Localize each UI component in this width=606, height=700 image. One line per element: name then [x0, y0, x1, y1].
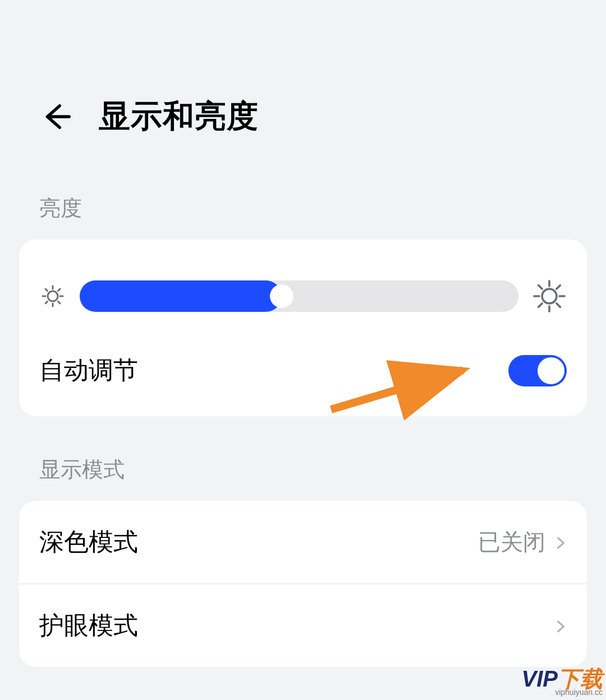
svg-line-7	[45, 302, 48, 304]
brightness-low-icon	[39, 283, 66, 310]
dark-mode-value: 已关闭	[478, 527, 545, 558]
auto-adjust-label: 自动调节	[39, 354, 138, 387]
dark-mode-label: 深色模式	[39, 526, 138, 559]
svg-line-8	[58, 289, 61, 291]
auto-adjust-row: 自动调节	[19, 336, 587, 416]
back-icon[interactable]	[39, 100, 72, 133]
page-title: 显示和亮度	[99, 95, 259, 138]
chevron-right-icon	[553, 619, 567, 633]
brightness-high-icon	[532, 279, 567, 314]
brightness-slider-row	[19, 240, 587, 336]
auto-adjust-toggle[interactable]	[508, 355, 567, 386]
svg-point-9	[542, 289, 557, 303]
eye-comfort-label: 护眼模式	[39, 609, 138, 642]
section-label-brightness: 亮度	[0, 172, 606, 240]
brightness-slider[interactable]	[80, 280, 518, 312]
svg-line-6	[58, 302, 61, 304]
watermark-text-left: VIP	[522, 666, 558, 691]
svg-point-0	[48, 291, 58, 301]
watermark: VIP下载 viphuiyuan.cc	[522, 667, 603, 697]
dark-mode-row[interactable]: 深色模式 已关闭	[19, 501, 587, 583]
svg-line-5	[45, 289, 48, 291]
svg-line-14	[539, 285, 542, 289]
svg-line-15	[557, 303, 560, 307]
display-mode-card: 深色模式 已关闭 护眼模式	[19, 501, 587, 667]
chevron-right-icon	[553, 536, 567, 549]
eye-comfort-row[interactable]: 护眼模式	[19, 583, 587, 667]
svg-line-17	[557, 285, 560, 289]
svg-line-16	[539, 303, 542, 307]
section-label-display-mode: 显示模式	[0, 416, 606, 501]
brightness-card: 自动调节	[19, 240, 587, 416]
